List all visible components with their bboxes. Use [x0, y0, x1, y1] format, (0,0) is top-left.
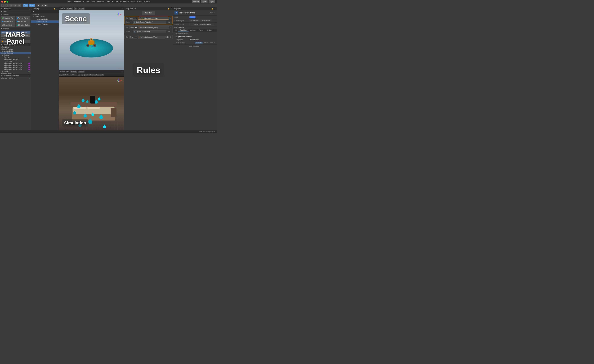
content-item-on-one[interactable]: ▶ On One — [0, 54, 31, 56]
env-hierarchy-menu[interactable]: ⋮ — [28, 75, 30, 77]
hier-mars-session[interactable]: ▼ MARS Session — [31, 15, 59, 18]
rule-1-spawn-on[interactable]: on — [168, 21, 169, 23]
tab-settings[interactable]: Settings — [205, 29, 214, 32]
transform-rotate-btn[interactable]: ↻ — [9, 4, 13, 7]
playback-eye[interactable]: 👁 — [95, 74, 98, 76]
rules-menu-icon[interactable]: ⋮ — [170, 7, 172, 10]
rule-1-on-select[interactable]: One Every — [129, 17, 137, 20]
device-gizmos-btn[interactable]: Gizmos — [78, 71, 85, 73]
bedroom-arrow-right[interactable]: › — [29, 78, 30, 79]
in-simulation-btn[interactable]: In Simulation — [189, 20, 200, 22]
minimize-btn[interactable] — [4, 1, 6, 3]
hierarchy-actions[interactable]: 🔒 ⋮ — [53, 7, 58, 10]
rules-lock-icon[interactable]: 🔒 — [168, 7, 170, 10]
color-dots[interactable]: ··· — [197, 16, 198, 18]
template-image-marker[interactable]: Image Marker — [1, 20, 15, 23]
rule-1-settings-icon[interactable]: ⚙ — [170, 17, 171, 19]
scene-2d-btn[interactable]: 2D — [74, 7, 77, 10]
rotation-horizontal[interactable]: Horizontal — [195, 42, 203, 44]
templates-section[interactable]: Templates — [0, 13, 31, 16]
scene-shading-btn[interactable]: Shaded — [66, 7, 73, 10]
account-button[interactable]: Account — [192, 0, 200, 3]
hier-proxy-rule-set[interactable]: Proxy Rule Set — [31, 20, 59, 23]
inspector-lock-icon[interactable]: 🔒 — [211, 7, 213, 10]
playback-loop[interactable]: ↺ — [92, 74, 95, 76]
prim-vis[interactable]: Vis... — [1, 34, 10, 37]
inspector-menu-icon[interactable]: ⋮ — [214, 7, 216, 10]
scene-gizmos-btn[interactable]: Gizmos — [78, 7, 85, 10]
env-bedroom[interactable]: ▶ Bedroom_20ftx17ft › — [0, 77, 31, 79]
create-section[interactable]: Create — [0, 10, 31, 13]
device-view-tab[interactable]: Device View — [59, 71, 70, 72]
playback-skip-back[interactable]: ◀◀ — [78, 74, 80, 76]
template-horizontal-plan[interactable]: Horizontal Plan — [1, 16, 15, 20]
playback-play[interactable]: ▶ — [83, 74, 86, 76]
rule-2-on-select[interactable]: One Every — [129, 26, 137, 29]
prim-point-cloud[interactable]: Point Claud Vis — [20, 34, 30, 37]
content-item-crystals[interactable]: ▶ Crystals — [0, 60, 31, 62]
rule-3-on-select[interactable]: One Every — [129, 36, 137, 39]
tab-actions[interactable]: Actions — [189, 29, 197, 32]
rotation-vertical[interactable]: Vertical — [203, 42, 209, 44]
rules-actions[interactable]: 🔒 ⋮ — [168, 7, 172, 10]
tab-all[interactable]: All — [173, 29, 178, 32]
primitives-section[interactable]: Primitives — [0, 27, 31, 30]
prim-proxy-object[interactable]: Proxy Object — [1, 31, 10, 33]
add-condition-inspector-btn[interactable]: Add Condition... — [173, 44, 216, 48]
hierarchy-lock-icon[interactable]: 🔒 — [53, 7, 55, 10]
prim-visualiz[interactable]: Visualiz — [11, 34, 20, 37]
playback-nav[interactable]: → — [98, 74, 101, 76]
is-plane-check[interactable]: ✓ — [175, 33, 176, 34]
transform-scale-btn[interactable]: ⤡ — [13, 4, 17, 7]
tab-conditions[interactable]: Conditions — [178, 29, 189, 32]
content-item-on-every[interactable]: ▼ On Every 3 — [0, 56, 31, 58]
maximize-btn[interactable] — [7, 1, 8, 3]
local-button[interactable]: Local — [29, 4, 35, 7]
content-hierarchy-menu[interactable]: ⋮ — [28, 44, 30, 46]
device-options[interactable]: ⋮ — [122, 71, 123, 72]
layout-button[interactable]: Layout — [209, 0, 215, 3]
playback-prev[interactable]: |◀ — [59, 74, 62, 76]
template-vertical-plane[interactable]: Vertical Plane — [16, 16, 30, 20]
hierarchy-search[interactable] — [31, 10, 59, 13]
playback-back[interactable]: ◀ — [81, 74, 83, 76]
content-item-planes-visualizer[interactable]: ▶ Planes Visualizer — [0, 72, 31, 74]
play-button[interactable]: ▶ — [37, 4, 40, 7]
mars-panel-menu[interactable]: ⋮ — [28, 7, 30, 10]
content-item-mars-session[interactable]: ▶ MARS Session — [0, 48, 31, 50]
hier-untitled[interactable]: ▼ Untitled* — [31, 13, 59, 15]
content-item-proxy-rule-set[interactable]: ▼ Proxy Rule Set — [0, 52, 31, 54]
close-btn[interactable] — [1, 1, 3, 3]
template-face-mask[interactable]: Face Mask — [16, 20, 30, 23]
layers-button[interactable]: Layers — [201, 0, 208, 3]
rule-2-settings-icon[interactable]: ⚙ — [170, 27, 171, 29]
content-item-on-every2[interactable]: ▶ On Every 2 — [0, 70, 31, 72]
in-scene-btn[interactable]: In Scene View — [201, 20, 211, 22]
transform-handle-btn[interactable]: ⬛ — [1, 4, 5, 7]
hier-planes-visualizer[interactable]: Planes Visualizer — [31, 23, 59, 25]
pause-button[interactable]: ⏸ — [41, 4, 44, 7]
hierarchy-menu-icon[interactable]: ⋮ — [56, 7, 58, 10]
tab-forces[interactable]: Forces — [197, 29, 205, 32]
template-floor-object[interactable]: Floor Object — [1, 24, 15, 27]
compare-sim-btn[interactable]: Compare in Simulation View — [189, 23, 215, 26]
add-rule-button[interactable]: Add Rule — [142, 11, 155, 14]
window-controls[interactable] — [1, 1, 8, 3]
rule-3-settings-icon[interactable]: ⚙ — [170, 36, 171, 38]
content-item-h-clone3[interactable]: ▶ Horizontal Surface(Clone) — [0, 66, 31, 68]
transform-move-btn[interactable]: ✛ — [5, 4, 9, 7]
scene-tab[interactable]: Scene — [59, 8, 66, 9]
playback-target[interactable]: ⊙ — [101, 74, 104, 76]
content-item-providers[interactable]: ▶ Providers — [0, 46, 31, 48]
content-item-h-clone4[interactable]: ▶ Horizontal Surface(Clone) — [0, 68, 31, 70]
rule-2-spawn-on[interactable]: on — [168, 31, 169, 32]
content-item-h-clone1[interactable]: ▶ Horizontal Surface(Clone) — [0, 62, 31, 64]
color-swatch[interactable] — [189, 16, 196, 18]
step-button[interactable]: ⏭ — [44, 4, 47, 7]
device-shading-btn[interactable]: Shaded — [70, 71, 77, 73]
template-elevated-surface[interactable]: Elevated Surfa... — [16, 24, 30, 27]
inspector-header-actions[interactable]: 🔒 ⋮ — [211, 7, 216, 10]
animation-clip-selector[interactable]: 🎬 Bedroom_12ftx1 ▾ — [62, 74, 77, 76]
content-item-h-clone2[interactable]: ▶ Horizontal Surface(Clone) — [0, 64, 31, 66]
environment-hierarchy-header[interactable]: Environment Hierarchy ⋮ — [0, 74, 31, 77]
